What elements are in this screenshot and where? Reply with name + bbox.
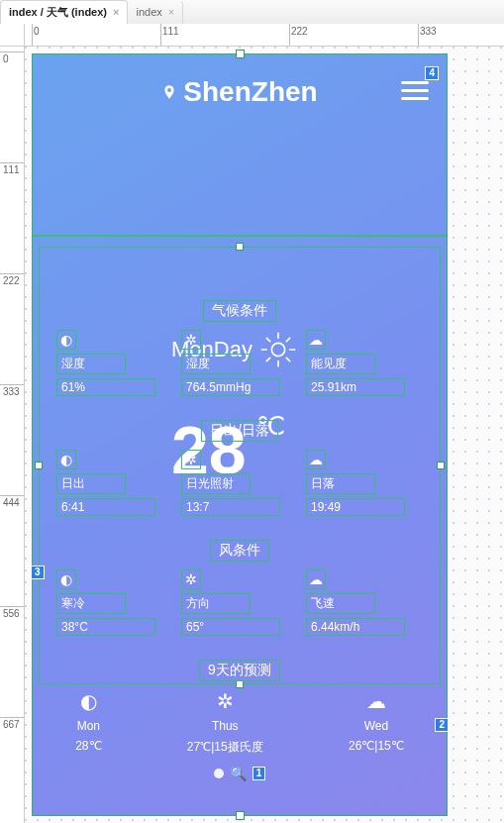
cloud-icon: ☁ (306, 569, 326, 589)
badge: 1 (252, 767, 266, 780)
metric-label: 方向 (181, 593, 251, 614)
cloud-icon: ☁ (366, 689, 386, 713)
forecast-temp: 27℃|15摄氏度 (187, 739, 263, 756)
section-title: 9天的预测 (199, 660, 280, 681)
snowflake-icon: ✲ (217, 689, 234, 713)
marker-badge: 3 (31, 566, 45, 579)
horizontal-ruler[interactable]: 0 111 222 333 (24, 24, 504, 47)
metric-value: 38°C (56, 618, 155, 636)
wind-section: 风条件 ◐寒冷38°C ✲方向65° ☁飞速6.44km/h (33, 540, 447, 636)
location-title: ShenZhen (161, 76, 317, 108)
location-pin-icon (161, 81, 177, 103)
metric-label: 寒冷 (56, 593, 126, 614)
search-icon[interactable]: 🔍 (230, 766, 247, 781)
page-dot[interactable] (214, 769, 224, 778)
ruler-corner (0, 24, 25, 47)
snowflake-icon: ✲ (181, 450, 201, 469)
forecast-label: Thus (212, 719, 239, 733)
tab-bar: index / 天气 (index) × index × (0, 0, 504, 25)
close-icon[interactable]: × (113, 1, 119, 24)
metric-value: 13:7 (181, 498, 280, 516)
sun-section: 日出/日落 ◐日出6:41 ✲日光照射13:7 ☁日落19:49 (33, 420, 447, 516)
half-moon-icon: ◐ (56, 330, 76, 350)
resize-handle[interactable] (236, 243, 244, 251)
metric-value: 764.5mmHg (181, 378, 280, 396)
metric-label: 湿度 (56, 354, 126, 374)
metric-value: 19:49 (306, 498, 405, 516)
guide-line (33, 235, 447, 237)
forecast-temp: 26℃|15℃ (349, 739, 404, 753)
forecast-section: 9天的预测 ◐Mon28℃ ✲Thus27℃|15摄氏度 ☁Wed26℃|15℃… (33, 660, 447, 781)
half-moon-icon: ◐ (56, 569, 76, 589)
section-title: 风条件 (210, 540, 269, 562)
weather-header: ShenZhen 4 (33, 54, 447, 108)
metric-label: 日光照射 (181, 473, 251, 494)
resize-handle[interactable] (236, 811, 245, 820)
menu-icon[interactable]: 4 (401, 76, 429, 105)
forecast-label: Wed (364, 719, 388, 733)
metric-col: ✲ 湿度 764.5mmHg (181, 330, 298, 396)
forecast-label: Mon (77, 719, 100, 733)
metric-col: ◐ 湿度 61% (56, 330, 173, 396)
metric-value: 25.91km (306, 378, 405, 396)
section-title: 气候条件 (203, 300, 276, 322)
metric-value: 61% (56, 378, 155, 396)
metric-value: 6.44km/h (306, 618, 405, 636)
metric-label: 日落 (306, 473, 375, 494)
metric-col: ☁ 能见度 25.91km (306, 330, 423, 396)
phone-frame[interactable]: ShenZhen 4 MonDay 28℃ (32, 53, 448, 816)
metric-value: 6:41 (56, 498, 155, 516)
tab-active[interactable]: index / 天气 (index) × (0, 0, 128, 25)
vertical-ruler[interactable]: 0 111 222 333 444 556 667 (0, 46, 25, 823)
metric-value: 65° (181, 618, 280, 636)
tab-label: index (136, 1, 161, 24)
metric-label: 日出 (56, 473, 126, 494)
forecast-day[interactable]: ✲Thus27℃|15摄氏度 (187, 689, 263, 756)
cloud-icon: ☁ (306, 450, 326, 469)
snowflake-icon: ✲ (181, 569, 201, 589)
close-icon[interactable]: × (168, 1, 174, 24)
tab-label: index / 天气 (index) (9, 1, 107, 24)
forecast-temp: 28℃ (75, 739, 101, 753)
section-title: 日出/日落 (201, 420, 278, 442)
pager[interactable]: 🔍 1 (33, 766, 447, 781)
metric-label: 湿度 (181, 354, 251, 374)
forecast-day[interactable]: ☁Wed26℃|15℃ (349, 689, 404, 756)
marker-badge: 2 (435, 718, 449, 732)
badge: 4 (425, 66, 439, 80)
city-name: ShenZhen (183, 76, 317, 108)
metric-label: 飞速 (306, 593, 375, 614)
tab-inactive[interactable]: index × (128, 1, 183, 24)
forecast-day[interactable]: ◐Mon28℃ (75, 689, 101, 756)
metric-label: 能见度 (306, 354, 375, 374)
half-moon-icon: ◐ (80, 689, 97, 713)
cloud-icon: ☁ (306, 330, 326, 350)
snowflake-icon: ✲ (181, 330, 201, 350)
half-moon-icon: ◐ (56, 450, 76, 469)
design-canvas[interactable]: ShenZhen 4 MonDay 28℃ (24, 46, 504, 823)
climate-section: 气候条件 ◐ 湿度 61% ✲ 湿度 764.5mmHg ☁ 能见度 (33, 300, 447, 396)
